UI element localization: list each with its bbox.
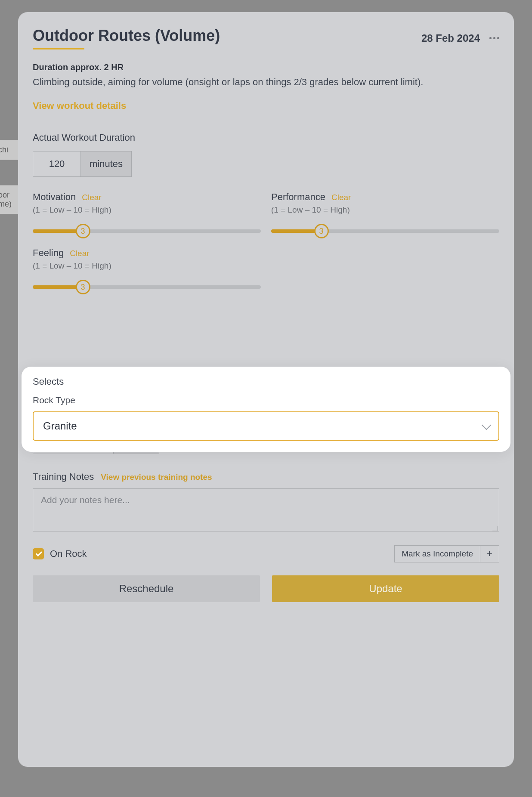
performance-slider[interactable]: 3: [271, 229, 499, 233]
rock-type-label: Rock Type: [33, 395, 499, 405]
selects-card: Selects Rock Type Granite: [22, 367, 510, 452]
view-workout-details-link[interactable]: View workout details: [33, 100, 126, 111]
training-notes-textarea[interactable]: [33, 488, 499, 531]
workout-date: 28 Feb 2024: [421, 32, 480, 44]
actual-duration-label: Actual Workout Duration: [33, 132, 499, 143]
actual-duration-row: minutes: [33, 151, 499, 177]
workout-description: Climbing outside, aiming for volume (ons…: [33, 75, 499, 89]
update-button[interactable]: Update: [272, 575, 499, 602]
reschedule-button[interactable]: Reschedule: [33, 575, 260, 602]
mark-incomplete-button[interactable]: Mark as Incomplete: [394, 545, 480, 562]
modal-title: Outdoor Routes (Volume): [33, 27, 84, 49]
on-rock-checkbox[interactable]: [33, 548, 44, 559]
rock-type-select[interactable]: Granite: [33, 411, 499, 441]
duration-summary: Duration approx. 2 HR: [33, 62, 499, 72]
rock-type-value: Granite: [43, 420, 77, 432]
feeling-label: Feeling: [33, 247, 64, 259]
performance-block: Performance Clear (1 = Low – 10 = High) …: [271, 192, 499, 233]
modal-header-right: 28 Feb 2024: [421, 32, 499, 44]
resize-handle-icon[interactable]: [492, 526, 498, 531]
training-notes-label: Training Notes: [33, 471, 94, 482]
workout-modal: Outdoor Routes (Volume) 28 Feb 2024 Dura…: [18, 12, 514, 767]
feeling-scale-hint: (1 = Low – 10 = High): [33, 261, 261, 271]
on-rock-checkbox-row[interactable]: On Rock: [33, 548, 87, 559]
motivation-clear[interactable]: Clear: [82, 193, 101, 202]
performance-label: Performance: [271, 192, 325, 203]
performance-scale-hint: (1 = Low – 10 = High): [271, 205, 499, 215]
actual-duration-unit: minutes: [81, 151, 132, 177]
actual-duration-input[interactable]: [33, 151, 81, 177]
motivation-label: Motivation: [33, 192, 76, 203]
motivation-block: Motivation Clear (1 = Low – 10 = High) 3: [33, 192, 261, 233]
view-previous-notes-link[interactable]: View previous training notes: [101, 473, 212, 482]
on-rock-label: On Rock: [50, 548, 87, 559]
performance-clear[interactable]: Clear: [331, 193, 351, 202]
more-options-icon[interactable]: [489, 37, 499, 39]
modal-header: Outdoor Routes (Volume) 28 Feb 2024: [33, 27, 499, 49]
motivation-scale-hint: (1 = Low – 10 = High): [33, 205, 261, 215]
add-status-button[interactable]: +: [480, 545, 499, 562]
performance-slider-thumb[interactable]: 3: [314, 224, 329, 238]
feeling-clear[interactable]: Clear: [70, 249, 89, 258]
feeling-slider[interactable]: 3: [33, 285, 261, 289]
checkmark-icon: [36, 550, 43, 557]
motivation-slider[interactable]: 3: [33, 229, 261, 233]
motivation-slider-thumb[interactable]: 3: [76, 224, 90, 238]
chevron-down-icon: [482, 420, 492, 430]
feeling-slider-thumb[interactable]: 3: [76, 280, 90, 294]
feeling-block: Feeling Clear (1 = Low – 10 = High) 3: [33, 247, 261, 289]
selects-section-label: Selects: [33, 376, 499, 387]
